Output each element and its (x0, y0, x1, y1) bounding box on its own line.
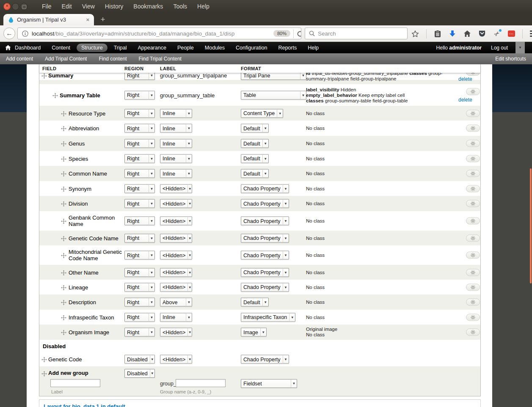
label-select[interactable]: <Hidden>▼ (160, 355, 192, 364)
window-close-button[interactable] (3, 3, 11, 10)
label-select[interactable]: Inline▼ (160, 109, 192, 118)
edit-settings-button[interactable] (466, 125, 480, 132)
region-select[interactable]: Right▼ (124, 217, 155, 226)
format-select[interactable]: Chado Property▼ (241, 268, 289, 277)
label-select[interactable]: <Hidden>▼ (160, 217, 192, 226)
shortcut-find-content[interactable]: Find content (99, 56, 127, 62)
format-select[interactable]: Image▼ (241, 328, 267, 337)
format-select[interactable]: Default▼ (241, 298, 269, 307)
drag-handle[interactable] (61, 314, 66, 320)
label-select[interactable]: Inline▼ (160, 139, 192, 148)
drag-handle[interactable] (61, 270, 66, 275)
label-select[interactable]: <Hidden>▼ (160, 328, 192, 337)
label-select[interactable]: <Hidden>▼ (160, 184, 192, 193)
menu-tools[interactable]: Tools (173, 3, 187, 10)
edit-settings-button[interactable] (466, 170, 480, 177)
label-select[interactable]: Above▼ (160, 298, 192, 307)
bookmark-star-icon[interactable] (411, 30, 419, 38)
edit-settings-button[interactable] (466, 140, 480, 147)
drag-handle[interactable] (61, 171, 66, 176)
drag-handle[interactable] (61, 201, 66, 206)
page-info-icon[interactable] (22, 30, 28, 37)
region-select[interactable]: Right▼ (124, 268, 155, 277)
admin-menu-appearance[interactable]: Appearance (138, 45, 166, 51)
edit-settings-button[interactable] (466, 200, 480, 207)
admin-menu-reports[interactable]: Reports (278, 45, 297, 51)
format-select[interactable]: Content Type▼ (241, 109, 283, 118)
shortcut-add-tripal-content[interactable]: Add Tripal Content (45, 56, 87, 62)
delete-link[interactable]: delete (458, 76, 472, 82)
region-select[interactable]: Right▼ (124, 154, 155, 163)
window-minimize-button[interactable] (12, 3, 19, 10)
browser-tab[interactable]: Organism | Tripal v3 × (3, 14, 94, 25)
format-select[interactable]: Infraspecific Taxon▼ (241, 313, 295, 322)
label-select[interactable]: <Hidden>▼ (160, 251, 192, 260)
region-select[interactable]: Right▼ (124, 169, 155, 178)
region-select[interactable]: Right▼ (124, 91, 155, 99)
format-select[interactable]: Chado Property▼ (241, 355, 289, 364)
reload-button[interactable] (296, 30, 301, 38)
region-select[interactable]: Right▼ (124, 251, 155, 260)
drag-handle[interactable] (61, 253, 66, 258)
region-select[interactable]: Right▼ (124, 184, 155, 193)
admin-menu-content[interactable]: Content (52, 45, 70, 51)
search-bar[interactable]: Search (305, 28, 408, 39)
drag-handle[interactable] (61, 284, 66, 290)
edit-settings-button[interactable] (466, 217, 480, 225)
format-select[interactable]: Chado Property▼ (241, 251, 289, 260)
menu-history[interactable]: History (105, 3, 124, 10)
drag-handle[interactable] (61, 126, 66, 131)
drag-handle[interactable] (61, 156, 66, 161)
format-select[interactable]: Default▼ (241, 154, 269, 163)
edit-settings-button[interactable] (466, 269, 480, 276)
edit-settings-button[interactable] (466, 299, 480, 306)
menu-file[interactable]: File (42, 3, 52, 10)
new-group-label-input[interactable] (50, 379, 100, 387)
region-select[interactable]: Right▼ (124, 313, 155, 322)
drag-handle[interactable] (61, 300, 66, 305)
admin-menu-dashboard[interactable]: Dashboard (15, 45, 41, 51)
pocket-icon[interactable] (478, 30, 486, 38)
region-select[interactable]: Right▼ (124, 283, 155, 292)
admin-menu-help[interactable]: Help (308, 45, 319, 51)
format-select[interactable]: Fieldset▼ (241, 379, 297, 388)
downloads-icon[interactable] (449, 30, 456, 38)
scrollbar-thumb[interactable] (530, 168, 532, 283)
label-select[interactable]: Inline▼ (160, 313, 192, 322)
drag-handle[interactable] (61, 235, 66, 241)
new-group-name-input[interactable] (176, 379, 226, 387)
tab-close-icon[interactable]: × (85, 16, 91, 23)
edit-settings-button[interactable] (466, 234, 480, 242)
edit-settings-button[interactable] (466, 110, 480, 117)
format-select[interactable]: Default▼ (241, 169, 269, 178)
format-select[interactable]: Tripal Pane▼ (241, 73, 306, 80)
region-select[interactable]: Right▼ (124, 109, 155, 118)
home-icon[interactable] (463, 30, 471, 38)
shortcut-add-content[interactable]: Add content (6, 56, 33, 62)
region-select[interactable]: Disabled▼ (124, 355, 155, 364)
logout-link[interactable]: Log out (491, 45, 508, 51)
drag-handle[interactable] (61, 218, 66, 224)
drag-handle[interactable] (41, 357, 47, 362)
format-select[interactable]: Table▼ (241, 91, 306, 99)
menu-bookmarks[interactable]: Bookmarks (133, 3, 163, 10)
edit-shortcuts-link[interactable]: Edit shortcuts (495, 56, 526, 62)
format-select[interactable]: Default▼ (241, 139, 269, 148)
format-select[interactable]: Chado Property▼ (241, 184, 289, 193)
drag-handle[interactable] (41, 73, 47, 78)
edit-settings-button[interactable] (466, 185, 480, 192)
extension-icon-red[interactable]: ... (508, 30, 515, 37)
menu-view[interactable]: View (82, 3, 95, 10)
format-select[interactable]: Default▼ (241, 124, 269, 133)
zoom-level-badge[interactable]: 80% (273, 30, 290, 37)
url-bar[interactable]: localhost/bio_data/3#overlay=admin/struc… (17, 28, 301, 39)
region-select[interactable]: Right▼ (124, 199, 155, 208)
drag-handle[interactable] (61, 110, 66, 116)
admin-menu-tripal[interactable]: Tripal (114, 45, 127, 51)
region-select[interactable]: Right▼ (124, 139, 155, 148)
edit-settings-button[interactable] (466, 73, 480, 76)
new-tab-button[interactable]: + (97, 16, 108, 24)
layout-fieldset-title[interactable]: Layout for bio_data 1 in default (44, 403, 125, 407)
shortcut-find-tripal-content[interactable]: Find Tripal Content (139, 56, 182, 62)
label-select[interactable]: <Hidden>▼ (160, 283, 192, 292)
